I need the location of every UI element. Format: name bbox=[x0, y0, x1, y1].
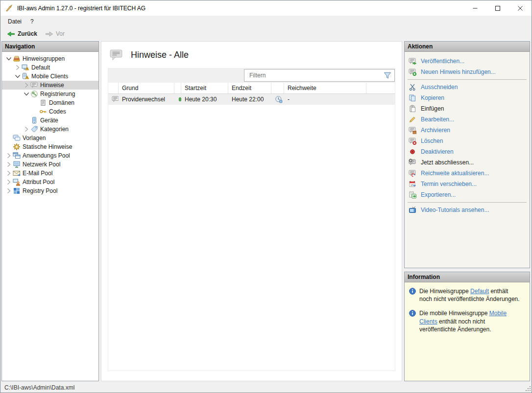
reschedule-icon: 17 bbox=[409, 180, 416, 188]
tree-item-domänen[interactable]: Domänen bbox=[2, 98, 98, 107]
deactivate-icon bbox=[409, 148, 416, 156]
tree-item-label: Hinweisgruppen bbox=[23, 55, 65, 62]
forward-button[interactable]: Vor bbox=[42, 29, 68, 39]
back-button[interactable]: Zurück bbox=[3, 29, 41, 39]
tree-expander[interactable] bbox=[5, 152, 13, 160]
filter-input[interactable] bbox=[244, 72, 384, 79]
tree-item-netzwerk-pool[interactable]: Netzwerk Pool bbox=[2, 160, 98, 169]
action-finish-now[interactable]: Jetzt abschliessen... bbox=[405, 157, 530, 168]
tree-item-label: Vorlagen bbox=[23, 135, 46, 141]
chevron-right-icon bbox=[5, 178, 13, 186]
tree-item-label: Geräte bbox=[40, 117, 58, 124]
chevron-right-icon bbox=[5, 187, 13, 195]
panel-splitter-handle[interactable]: ... bbox=[404, 268, 530, 272]
action-reschedule[interactable]: 17Termin verschieben... bbox=[405, 179, 530, 189]
hinweis-bubble-icon bbox=[109, 48, 123, 61]
action-edit[interactable]: Bearbeiten... bbox=[405, 114, 530, 125]
action-label: Neuen Hinweis hinzufügen... bbox=[421, 69, 496, 75]
tree-expander bbox=[5, 143, 13, 151]
tree-expander[interactable] bbox=[5, 178, 13, 186]
action-export[interactable]: Exportieren... bbox=[405, 189, 530, 200]
tree-item-kategorien[interactable]: Kategorien bbox=[2, 125, 98, 134]
information-item: Die mobile Hinweisgruppe Mobile Clients … bbox=[409, 309, 526, 333]
navigation-tree: HinweisgruppenDefaultMobile ClientsHinwe… bbox=[2, 52, 98, 381]
tree-item-anwendungs-pool[interactable]: Anwendungs Pool bbox=[2, 151, 98, 160]
maximize-button[interactable] bbox=[486, 0, 509, 16]
tree-item-label: Hinweise bbox=[40, 82, 64, 89]
grund-cell: Providerwechsel bbox=[119, 96, 174, 103]
tree-item-attribut-pool[interactable]: Attribut Pool bbox=[2, 178, 98, 186]
chevron-right-icon bbox=[5, 161, 13, 168]
table-body: ProviderwechselHeute 20:30Heute 22:00- bbox=[108, 94, 395, 105]
tree-expander[interactable] bbox=[23, 125, 30, 133]
geraete-icon bbox=[30, 116, 38, 124]
action-label: Jetzt abschliessen... bbox=[421, 159, 474, 166]
tree-item-vorlagen[interactable]: Vorlagen bbox=[2, 134, 98, 142]
column-header-reichweite[interactable]: Reichweite bbox=[284, 83, 366, 93]
tree-item-registry-pool[interactable]: Registry Pool bbox=[2, 186, 98, 195]
tree-expander[interactable] bbox=[23, 81, 30, 89]
action-publish[interactable]: Veröffentlichen... bbox=[405, 56, 530, 67]
finish-now-icon bbox=[409, 159, 416, 166]
tree-item-mobile-clients[interactable]: Mobile Clients bbox=[2, 72, 98, 81]
action-label: Kopieren bbox=[421, 94, 444, 101]
tree-expander bbox=[31, 108, 39, 116]
column-header-endzeit[interactable]: Endzeit bbox=[228, 83, 271, 93]
funnel-icon[interactable] bbox=[384, 72, 391, 79]
column-header-grund[interactable]: Grund bbox=[119, 83, 174, 93]
menu-item-datei[interactable]: Datei bbox=[3, 17, 26, 26]
link-default[interactable]: Default bbox=[470, 288, 489, 295]
chevron-down-icon bbox=[23, 90, 30, 98]
tree-expander[interactable] bbox=[5, 161, 13, 168]
delete-icon bbox=[409, 137, 416, 145]
tree-item-label: E-Mail Pool bbox=[23, 170, 52, 177]
menu-item-help[interactable]: ? bbox=[26, 17, 38, 26]
tree-expander[interactable] bbox=[5, 169, 13, 177]
tree-expander[interactable] bbox=[14, 72, 22, 80]
tree-item-hinweise[interactable]: Hinweise bbox=[2, 81, 98, 90]
action-paste[interactable]: Einfügen bbox=[405, 103, 530, 114]
action-copy[interactable]: Kopieren bbox=[405, 92, 530, 103]
tree-item-label: Kategorien bbox=[40, 126, 69, 133]
forward-arrow-icon bbox=[45, 30, 53, 38]
hinweise-icon bbox=[30, 81, 38, 89]
tree-item-geräte[interactable]: Geräte bbox=[2, 116, 98, 125]
tree-expander[interactable] bbox=[23, 90, 30, 98]
tree-expander[interactable] bbox=[5, 187, 13, 195]
close-button[interactable] bbox=[509, 0, 532, 16]
tree-item-registrierung[interactable]: Registrierung bbox=[2, 90, 98, 98]
tree-expander[interactable] bbox=[14, 64, 22, 71]
action-update-reach[interactable]: Reichweite aktualisieren... bbox=[405, 168, 530, 179]
title-bar[interactable]: IBI-aws Admin 1.27.0 - registriert für I… bbox=[0, 0, 532, 16]
table-row[interactable]: ProviderwechselHeute 20:30Heute 22:00- bbox=[108, 94, 395, 105]
action-add-hint[interactable]: Neuen Hinweis hinzufügen... bbox=[405, 67, 530, 77]
action-deactivate[interactable]: Deaktivieren bbox=[405, 146, 530, 157]
tree-item-statische-hinweise[interactable]: Statische Hinweise bbox=[2, 142, 98, 151]
minimize-button[interactable] bbox=[464, 0, 486, 16]
app-window: IBI-aws Admin 1.27.0 - registriert für I… bbox=[0, 0, 532, 393]
action-cut[interactable]: Ausschneiden bbox=[405, 82, 530, 92]
startzeit-cell: Heute 20:30 bbox=[181, 96, 228, 103]
action-label: Reichweite aktualisieren... bbox=[421, 170, 489, 177]
action-label: Exportieren... bbox=[421, 191, 456, 198]
tree-expander bbox=[23, 116, 30, 124]
tree-expander[interactable] bbox=[5, 55, 13, 63]
tree-expander bbox=[5, 134, 13, 142]
email-pool-icon bbox=[13, 169, 21, 177]
tree-item-hinweisgruppen[interactable]: Hinweisgruppen bbox=[2, 54, 98, 63]
column-header-startzeit[interactable]: Startzeit bbox=[181, 83, 228, 93]
menu-bar: Datei ? bbox=[0, 16, 532, 27]
resize-grip[interactable] bbox=[525, 385, 531, 391]
actions-list: Veröffentlichen...Neuen Hinweis hinzufüg… bbox=[405, 52, 530, 268]
tree-item-codes[interactable]: Codes bbox=[2, 107, 98, 116]
column-header-blank-0 bbox=[108, 83, 119, 93]
add-hint-icon bbox=[409, 68, 416, 76]
action-video-tutorials[interactable]: Video-Tutorials ansehen... bbox=[405, 205, 530, 215]
paste-icon bbox=[409, 105, 416, 113]
action-archive[interactable]: Archivieren bbox=[405, 125, 530, 136]
action-delete[interactable]: Löschen bbox=[405, 136, 530, 146]
anwendungs-pool-icon bbox=[13, 152, 21, 160]
tree-item-e-mail-pool[interactable]: E-Mail Pool bbox=[2, 169, 98, 178]
tree-item-default[interactable]: Default bbox=[2, 63, 98, 72]
table-empty-area bbox=[108, 105, 395, 370]
